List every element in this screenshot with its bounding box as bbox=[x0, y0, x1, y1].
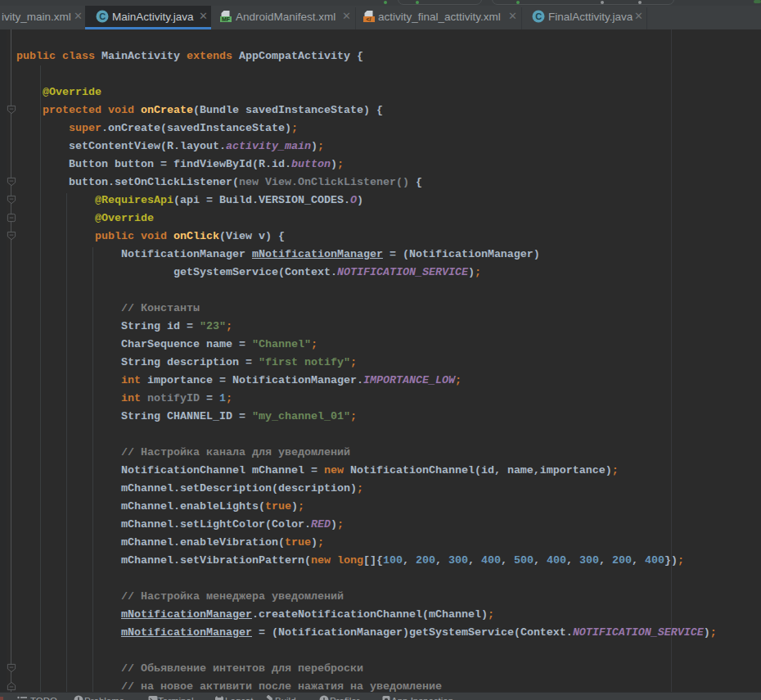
svg-text:</: </ bbox=[366, 16, 371, 22]
svg-text:C: C bbox=[535, 11, 542, 21]
svg-text:MF: MF bbox=[222, 16, 231, 22]
svg-text:C: C bbox=[99, 11, 106, 21]
